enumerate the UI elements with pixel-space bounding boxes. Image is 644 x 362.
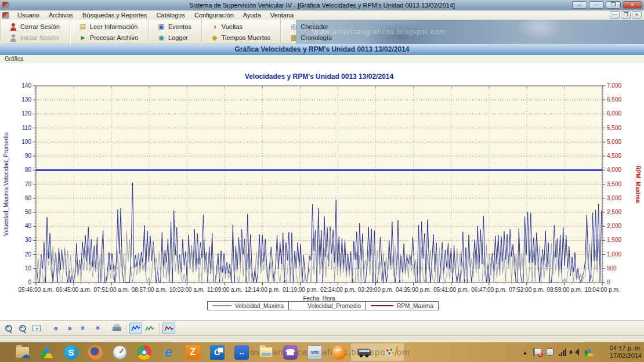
- zoom-region-icon: [32, 325, 41, 331]
- zoom-out-button[interactable]: −: [16, 323, 29, 334]
- checker-icon: ◎: [290, 23, 298, 31]
- chart-type-green-button[interactable]: [143, 323, 156, 334]
- svg-text:06:47:00 p.m.: 06:47:00 p.m.: [471, 287, 506, 293]
- network-signal-icon[interactable]: [559, 349, 566, 356]
- separator: [107, 323, 107, 334]
- svg-text:12:14:00 p.m.: 12:14:00 p.m.: [245, 287, 280, 293]
- cronologia-button[interactable]: ▩ Cronología: [285, 32, 336, 43]
- separator: [126, 323, 126, 334]
- internet-explorer-icon[interactable]: e: [161, 345, 176, 360]
- svg-text:4,000: 4,000: [607, 166, 621, 173]
- pan-left-button[interactable]: «: [49, 323, 62, 334]
- tab-grafica[interactable]: Gráfica: [0, 55, 644, 63]
- power-icon[interactable]: [546, 349, 553, 356]
- svg-text:90: 90: [25, 153, 32, 159]
- separator: [159, 323, 160, 334]
- svg-text:11:09:00 a.m.: 11:09:00 a.m.: [207, 287, 242, 293]
- pan-right-button[interactable]: »: [63, 323, 76, 334]
- checador-button[interactable]: ◎ Checador: [285, 21, 336, 32]
- printer-icon: [113, 324, 121, 332]
- eventos-button[interactable]: ▣ Eventos: [153, 21, 196, 32]
- logger-label: Logger: [168, 34, 188, 41]
- rpm-maxima-swatch: [371, 305, 393, 306]
- menu-usuario[interactable]: Usuario: [13, 11, 44, 19]
- svg-text:Velocidades y RPM's Unidad 001: Velocidades y RPM's Unidad 0013 13/02/20…: [245, 73, 394, 81]
- print-button[interactable]: [110, 323, 123, 334]
- svg-text:20: 20: [25, 251, 32, 258]
- action-center-flag-icon[interactable]: ×: [533, 348, 541, 356]
- svg-text:Velocidad_Maxima Velocidad_Pro: Velocidad_Maxima Velocidad_Promedio: [3, 132, 9, 236]
- hidden-icons-chevron[interactable]: ▲: [522, 349, 528, 356]
- iniciar-sesion-button[interactable]: Iniciar Sesión: [5, 32, 64, 43]
- menu-catalogos[interactable]: Catálogos: [151, 11, 190, 19]
- special-button[interactable]: ⇔: [572, 1, 587, 9]
- viber-icon[interactable]: ☎: [283, 345, 298, 360]
- vueltas-button[interactable]: ◑ Vueltas: [207, 21, 275, 32]
- tiempos-muertos-button[interactable]: ◆ Tiempos Muertos: [207, 32, 275, 43]
- svg-text:10: 10: [25, 265, 32, 272]
- system-tray: ▲ × 04:17 p. m. 17/02/2014: [522, 342, 642, 362]
- vmware-icon[interactable]: vm: [307, 345, 322, 360]
- vehicle-app-taskbar-button[interactable]: [351, 343, 378, 361]
- svg-text:0: 0: [607, 279, 610, 285]
- toolbar: www.americangraficos.blogspot.com Cerrar…: [0, 20, 644, 44]
- safari-icon[interactable]: [113, 345, 127, 360]
- svg-text:1,500: 1,500: [607, 237, 621, 243]
- chart-type-blue-button[interactable]: [129, 323, 142, 334]
- teamviewer-icon[interactable]: ↔: [234, 345, 249, 360]
- toolbar-group-checador: ◎ Checador ▩ Cronología: [280, 20, 342, 44]
- menu-ventana[interactable]: Ventana: [266, 11, 298, 19]
- logger-button[interactable]: ◉ Logger: [153, 32, 196, 43]
- zoom-in-button[interactable]: +: [2, 323, 15, 334]
- leer-informacion-button[interactable]: ▤ Leer Información: [75, 21, 142, 32]
- svg-text:0: 0: [28, 279, 31, 285]
- firefox-icon[interactable]: [88, 345, 103, 360]
- toolbar-group-vueltas: ◑ Vueltas ◆ Tiempos Muertos: [201, 20, 281, 44]
- legend-item-velocidad-promedio: Velocidad_Promedio: [289, 302, 366, 310]
- menu-ayuda[interactable]: Ayuda: [238, 11, 266, 19]
- volume-icon[interactable]: [571, 349, 579, 356]
- pan-down-button[interactable]: «: [91, 323, 104, 334]
- svg-text:10:03:00 a.m.: 10:03:00 a.m.: [169, 287, 205, 293]
- onedrive-folder-icon[interactable]: [15, 345, 30, 360]
- velocidad-promedio-label: Velocidad_Promedio: [307, 303, 361, 309]
- chart-type-red-button[interactable]: [162, 323, 175, 334]
- procesar-archivo-button[interactable]: ► Procesar Archivo: [75, 32, 142, 43]
- close-button[interactable]: ×: [623, 1, 642, 9]
- chart-toolbar: + − « » « «: [0, 320, 644, 335]
- svg-text:120: 120: [21, 110, 31, 117]
- chevrons-up-icon: «: [79, 326, 87, 330]
- zune-icon[interactable]: Z: [186, 345, 200, 360]
- skype-icon[interactable]: S: [64, 345, 78, 360]
- toolbar-background-image: www.americangraficos.blogspot.com: [296, 20, 644, 44]
- dead-times-icon: ◆: [211, 34, 219, 42]
- child-restore-button[interactable]: ❒: [621, 11, 631, 19]
- zoom-region-button[interactable]: [30, 323, 43, 334]
- taskbar: www.americangraficos.blogspot.com S e Z …: [0, 342, 644, 362]
- paint-taskbar-button[interactable]: [377, 343, 404, 361]
- outlook-icon[interactable]: O: [210, 345, 225, 360]
- tray-clock[interactable]: 04:17 p. m. 17/02/2014: [601, 345, 642, 360]
- person-gray-icon: [9, 34, 17, 42]
- gom-player-icon[interactable]: [332, 345, 346, 360]
- restore-button[interactable]: ❒: [606, 1, 621, 9]
- svg-text:2,500: 2,500: [607, 209, 621, 215]
- pan-up-button[interactable]: «: [77, 323, 90, 334]
- svg-text:4,500: 4,500: [607, 153, 621, 159]
- cronologia-label: Cronología: [301, 34, 332, 41]
- svg-text:70: 70: [25, 181, 32, 187]
- clock-date: 17/02/2014: [601, 352, 642, 360]
- menu-archivos[interactable]: Archivos: [44, 11, 78, 19]
- chart-svg: Velocidades y RPM's Unidad 0013 13/02/20…: [0, 63, 644, 320]
- chrome-icon[interactable]: [137, 345, 151, 360]
- child-minimize-button[interactable]: —: [610, 11, 620, 19]
- file-explorer-icon[interactable]: [259, 345, 273, 360]
- laps-icon: ◑: [211, 23, 219, 31]
- chronology-icon: ▩: [290, 34, 298, 42]
- google-drive-icon[interactable]: [39, 345, 54, 360]
- child-close-button[interactable]: ×: [632, 11, 642, 19]
- cerrar-sesion-button[interactable]: Cerrar Sesión: [5, 21, 64, 32]
- minimize-button[interactable]: —: [589, 1, 604, 9]
- menu-busquedas-y-reportes[interactable]: Búsquedas y Reportes: [78, 11, 151, 19]
- menu-configuracion[interactable]: Configuración: [190, 11, 238, 19]
